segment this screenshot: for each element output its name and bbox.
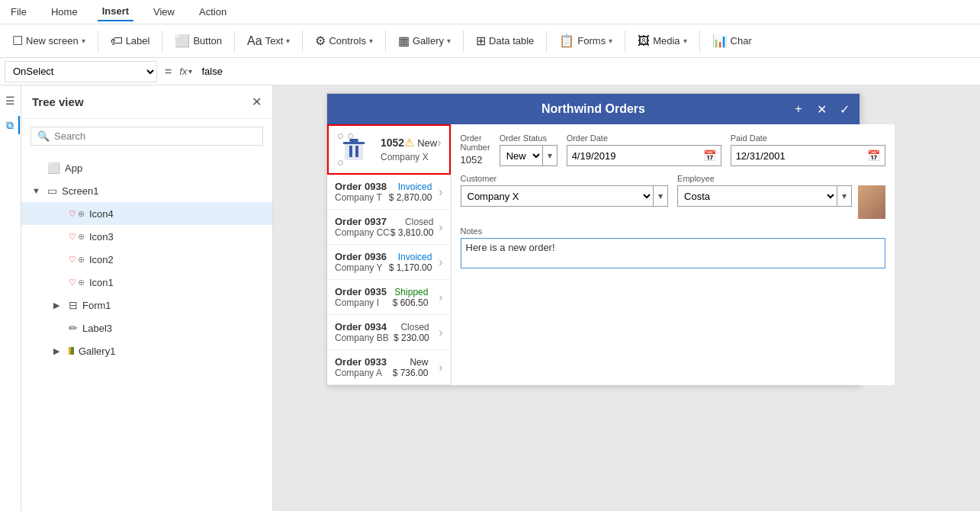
toolbar-divider-2: [162, 31, 162, 52]
list-item-0938[interactable]: Order 0938 Company T Invoiced $ 2,870.00…: [327, 175, 451, 210]
list-item-0935[interactable]: Order 0935 Company I Shipped $ 606.50 ›: [327, 280, 451, 315]
order-date-label: Order Date: [567, 133, 721, 143]
toolbar-divider-7: [546, 31, 547, 52]
controls-button[interactable]: ⚙ Controls ▾: [307, 27, 380, 55]
list-item-0934[interactable]: Order 0934 Company BB Closed $ 230.00 ›: [327, 315, 451, 350]
gallery-button[interactable]: ▦ Gallery ▾: [390, 27, 458, 55]
paid-date-input[interactable]: 📅: [731, 145, 885, 166]
menu-file[interactable]: File: [6, 3, 31, 21]
svg-rect-2: [349, 139, 358, 142]
employee-label: Employee: [677, 174, 885, 183]
paid-date-text[interactable]: [736, 150, 864, 162]
menu-action[interactable]: Action: [194, 3, 231, 21]
list-item-0936[interactable]: Order 0936 Company Y Invoiced $ 1,170.00…: [327, 245, 451, 280]
tree-panel: Tree view ✕ 🔍 ⬜ App ▼ ▭ Screen1: [21, 85, 273, 511]
notes-label: Notes: [461, 227, 885, 236]
order-date-calendar-icon[interactable]: 📅: [703, 149, 716, 162]
tree-item-icon1[interactable]: ♡⊕ Icon1: [21, 271, 272, 294]
menu-insert[interactable]: Insert: [98, 2, 133, 21]
tree-close-button[interactable]: ✕: [252, 95, 262, 109]
order-date-input[interactable]: 📅: [567, 145, 721, 166]
formula-select[interactable]: OnSelect: [5, 61, 157, 82]
selected-order-info: 1052 ⚠ New › Company X: [378, 136, 442, 163]
toolbar-divider-6: [463, 31, 464, 52]
app-header: Northwind Orders + ✕ ✓: [327, 94, 860, 124]
tree-item-form1[interactable]: ▶ ⊟ Form1: [21, 294, 272, 317]
gallery1-icon: [69, 347, 74, 355]
tree-item-screen1[interactable]: ▼ ▭ Screen1: [21, 179, 272, 202]
save-order-button[interactable]: ✓: [835, 100, 853, 118]
text-icon: Aa: [247, 34, 262, 48]
screen-icon: ▭: [47, 185, 57, 197]
toolbar-divider-9: [699, 31, 700, 52]
forms-button[interactable]: 📋 Forms ▾: [551, 27, 620, 55]
toolbar-divider-4: [302, 31, 303, 52]
paid-date-field: Paid Date 📅: [731, 133, 885, 166]
tree-item-icon4[interactable]: ♡⊕ Icon4: [21, 202, 272, 225]
new-screen-icon: ☐: [12, 34, 23, 48]
menu-bar: File Home Insert View Action: [0, 0, 980, 24]
form-row-1: Order Number 1052 Order Status New ▾: [461, 133, 885, 166]
label-icon: 🏷: [111, 34, 123, 48]
menu-home[interactable]: Home: [47, 3, 82, 21]
order-status-dropdown[interactable]: New: [500, 146, 542, 166]
tree-item-gallery1[interactable]: ▶ Gallery1: [21, 339, 272, 362]
media-button[interactable]: 🖼 Media ▾: [630, 27, 694, 55]
tree-item-label3[interactable]: ✏ Label3: [21, 317, 272, 339]
order-number-label: Order Number: [461, 133, 490, 152]
form-row-2: Customer Company X ▾ Employee: [461, 174, 885, 219]
svg-rect-0: [345, 142, 363, 160]
data-table-button[interactable]: ⊞ Data table: [468, 27, 541, 55]
customer-dropdown[interactable]: Company X: [461, 186, 654, 206]
svg-rect-1: [343, 142, 365, 144]
selected-list-item[interactable]: 1052 ⚠ New › Company X: [327, 124, 451, 175]
formula-bar: OnSelect = fx ▾: [0, 58, 980, 85]
chevron-0936: ›: [439, 256, 442, 269]
sidebar-menu-icon[interactable]: ☰: [2, 92, 20, 110]
new-screen-button[interactable]: ☐ New screen ▾: [5, 27, 93, 55]
paid-date-calendar-icon[interactable]: 📅: [867, 149, 880, 162]
button-button[interactable]: ⬜ Button: [167, 27, 230, 55]
tree-items: ⬜ App ▼ ▭ Screen1 ♡⊕ Icon4 ♡⊕: [21, 153, 272, 511]
search-icon: 🔍: [37, 130, 50, 142]
employee-section: Costa ▾: [677, 185, 885, 219]
list-pane: 1052 ⚠ New › Company X: [327, 124, 451, 385]
tree-item-app[interactable]: ⬜ App: [21, 156, 272, 179]
notes-textarea[interactable]: Here is a new order!: [461, 238, 885, 268]
order-status-select[interactable]: New ▾: [500, 145, 557, 166]
menu-view[interactable]: View: [149, 3, 179, 21]
add-order-button[interactable]: +: [789, 100, 808, 118]
icon3-badge: ♡⊕: [69, 232, 85, 242]
search-box: 🔍: [31, 127, 263, 146]
data-table-icon: ⊞: [476, 34, 486, 48]
chart-button[interactable]: 📊 Char: [705, 27, 760, 55]
list-item-0937[interactable]: Order 0937 Company CC Closed $ 3,810.00 …: [327, 210, 451, 245]
formula-input[interactable]: [197, 61, 975, 82]
form-icon: ⊟: [69, 299, 78, 311]
controls-icon: ⚙: [315, 34, 326, 48]
text-button[interactable]: Aa Text ▾: [239, 27, 297, 55]
employee-dropdown[interactable]: Costa: [678, 186, 837, 206]
close-order-button[interactable]: ✕: [812, 100, 831, 118]
employee-select[interactable]: Costa ▾: [677, 185, 852, 207]
order-date-text[interactable]: [572, 150, 700, 162]
label3-icon: ✏: [69, 322, 78, 334]
label-button[interactable]: 🏷 Label: [103, 27, 158, 55]
svg-rect-4: [355, 146, 358, 157]
icon4-badge: ♡⊕: [69, 209, 85, 219]
tree-item-icon2[interactable]: ♡⊕ Icon2: [21, 248, 272, 271]
formula-fx-icon: fx ▾: [179, 66, 192, 77]
sidebar-layers-icon[interactable]: ⧉: [2, 116, 20, 134]
search-input[interactable]: [54, 130, 256, 142]
selected-company: Company X: [381, 152, 429, 162]
tree-title: Tree view: [32, 95, 84, 108]
app-body: 1052 ⚠ New › Company X: [327, 124, 860, 385]
customer-field: Customer Company X ▾: [461, 174, 669, 219]
toolbar-divider-1: [98, 31, 98, 52]
tree-item-icon3[interactable]: ♡⊕ Icon3: [21, 225, 272, 248]
gallery-icon: ▦: [398, 34, 410, 48]
list-item-0933[interactable]: Order 0933 Company A New $ 736.00 ›: [327, 350, 451, 385]
customer-select[interactable]: Company X ▾: [461, 185, 669, 207]
employee-photo: [858, 185, 885, 219]
chevron-0937: ›: [439, 220, 442, 234]
